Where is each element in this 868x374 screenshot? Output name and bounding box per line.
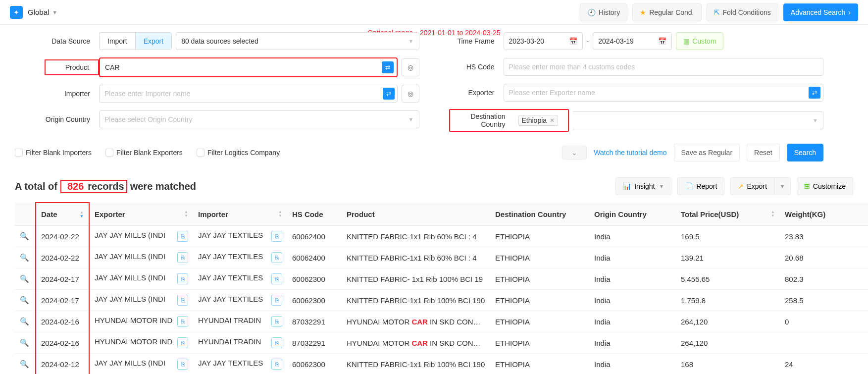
origin-country-select[interactable]: Please select Origin Country ▼ <box>99 110 419 128</box>
exporter-input[interactable] <box>504 84 824 102</box>
magnify-icon[interactable]: 🔍 <box>20 232 29 240</box>
cell-product: KNITTED FABRIC-1x1 Rib 100% BCI 190 <box>342 354 490 374</box>
product-label: Product <box>45 59 99 75</box>
reset-button[interactable]: Reset <box>747 144 780 161</box>
cell-hscode: 60062300 <box>287 354 342 374</box>
company-card-icon[interactable]: ⎘ <box>271 295 282 306</box>
regular-cond-button[interactable]: ★ Regular Cond. <box>632 3 701 21</box>
results-actions: 📊 Insight ▼ 📄 Report ↗ Export ▼ ⊞ Custom… <box>615 177 853 195</box>
company-card-icon[interactable]: ⎘ <box>271 231 282 242</box>
company-card-icon[interactable]: ⎘ <box>271 273 282 284</box>
cell-exporter: JAY JAY MILLS (INDI⎘ <box>89 247 193 268</box>
data-sources-select[interactable]: 80 data sources selected ▼ <box>176 32 419 50</box>
table-row: 🔍2024-02-17JAY JAY MILLS (INDI⎘JAY JAY T… <box>15 290 868 311</box>
product-filter-icon[interactable]: ◎ <box>402 58 419 76</box>
report-button[interactable]: 📄 Report <box>677 177 724 195</box>
custom-time-label: Custom <box>692 37 716 45</box>
export-dropdown-button[interactable]: ▼ <box>774 177 791 195</box>
custom-time-button[interactable]: ▦ Custom <box>676 32 723 50</box>
company-card-icon[interactable]: ⎘ <box>177 273 188 284</box>
expand-toggle-button[interactable]: ⌄ <box>562 146 587 160</box>
magnify-icon[interactable]: 🔍 <box>20 338 29 347</box>
action-row: Filter Blank Importers Filter Blank Expo… <box>0 144 868 168</box>
cell-origin: India <box>589 311 676 332</box>
date-from-input[interactable]: 2023-03-20 📅 <box>504 32 583 50</box>
translate-icon[interactable]: ⇄ <box>383 88 395 100</box>
magnify-icon[interactable]: 🔍 <box>20 253 29 262</box>
cell-price: 5,455.65 <box>676 268 780 290</box>
company-card-icon[interactable]: ⎘ <box>177 359 188 370</box>
fold-conditions-button[interactable]: ⇱ Fold Conditions <box>707 3 778 21</box>
hs-code-input[interactable] <box>504 58 824 76</box>
cell-importer: JAY JAY TEXTILES⎘ <box>193 354 287 374</box>
importer-input[interactable] <box>99 85 398 103</box>
global-label: Global <box>28 8 49 16</box>
company-card-icon[interactable]: ⎘ <box>271 359 282 370</box>
filter-logistics-checkbox[interactable]: Filter Logitics Company <box>197 149 280 157</box>
results-bar: A total of 826 records were matched 📊 In… <box>0 168 868 200</box>
history-label: History <box>599 8 620 16</box>
import-tab[interactable]: Import <box>100 33 136 50</box>
history-button[interactable]: 🕘 History <box>580 3 628 21</box>
company-card-icon[interactable]: ⎘ <box>271 252 282 263</box>
company-card-icon[interactable]: ⎘ <box>177 295 188 306</box>
tutorial-link[interactable]: Watch the tutorial demo <box>594 149 666 157</box>
date-separator: - <box>587 37 589 45</box>
magnify-icon[interactable]: 🔍 <box>20 360 29 368</box>
magnify-icon[interactable]: 🔍 <box>20 317 29 325</box>
insight-button[interactable]: 📊 Insight ▼ <box>615 177 671 195</box>
filter-blank-exporters-checkbox[interactable]: Filter Blank Exporters <box>105 149 183 157</box>
chevron-down-icon: ▼ <box>813 117 818 123</box>
export-split-button: ↗ Export ▼ <box>730 177 790 195</box>
results-suffix: were matched <box>130 181 196 192</box>
destination-country-tag-label: Ethiopia <box>522 116 547 124</box>
export-tab[interactable]: Export <box>136 33 171 50</box>
translate-icon[interactable]: ⇄ <box>809 87 820 99</box>
cell-date: 2024-02-22 <box>36 226 89 247</box>
checkbox-icon <box>197 149 204 157</box>
cell-date: 2024-02-17 <box>36 268 89 290</box>
cell-origin: India <box>589 226 676 247</box>
cell-importer: JAY JAY TEXTILES⎘ <box>193 247 287 268</box>
cell-hscode: 60062300 <box>287 268 342 290</box>
company-card-icon[interactable]: ⎘ <box>177 316 188 327</box>
destination-country-select[interactable]: ▼ <box>573 111 824 129</box>
customize-icon: ⊞ <box>804 182 810 190</box>
filter-blank-exporters-label: Filter Blank Exporters <box>116 149 183 157</box>
col-importer[interactable]: Importer ▲▼ <box>193 203 287 226</box>
cell-origin: India <box>589 247 676 268</box>
table-row: 🔍2024-02-22JAY JAY MILLS (INDI⎘JAY JAY T… <box>15 247 868 268</box>
date-to-input[interactable]: 2024-03-19 📅 <box>593 32 672 50</box>
col-weight[interactable]: Weight(KG) ▲▼ <box>780 203 868 226</box>
table-row: 🔍2024-02-16HYUNDAI MOTOR IND⎘HYUNDAI TRA… <box>15 332 868 354</box>
export-button[interactable]: ↗ Export <box>730 177 773 195</box>
company-card-icon[interactable]: ⎘ <box>271 337 282 348</box>
star-icon: ★ <box>640 8 646 16</box>
col-date[interactable]: Date ▲▼ <box>36 203 89 226</box>
product-input[interactable] <box>100 58 397 76</box>
col-exporter[interactable]: Exporter ▲▼ <box>89 203 193 226</box>
filter-blank-importers-checkbox[interactable]: Filter Blank Importers <box>15 149 92 157</box>
cell-destination: ETHIOPIA <box>490 354 589 374</box>
save-as-regular-button[interactable]: Save as Regular <box>674 144 740 161</box>
advanced-search-button[interactable]: Advanced Search › <box>783 3 858 21</box>
customize-button[interactable]: ⊞ Customize <box>797 177 853 195</box>
importer-filter-icon[interactable]: ◎ <box>402 85 419 103</box>
company-card-icon[interactable]: ⎘ <box>177 337 188 348</box>
magnify-icon[interactable]: 🔍 <box>20 274 29 283</box>
company-card-icon[interactable]: ⎘ <box>177 231 188 242</box>
col-price[interactable]: Total Price(USD) ▲▼ <box>676 203 780 226</box>
magnify-icon[interactable]: 🔍 <box>20 296 29 304</box>
cell-exporter: HYUNDAI MOTOR IND⎘ <box>89 332 193 354</box>
company-card-icon[interactable]: ⎘ <box>271 316 282 327</box>
row-detail-cell: 🔍 <box>15 247 36 268</box>
company-card-icon[interactable]: ⎘ <box>177 252 188 263</box>
global-region-select[interactable]: Global ▼ <box>28 8 57 16</box>
translate-icon[interactable]: ⇄ <box>382 61 394 73</box>
cell-product: HYUNDAI MOTOR CAR IN SKD CONDITI <box>342 311 490 332</box>
search-button[interactable]: Search <box>787 144 823 161</box>
close-icon[interactable]: ✕ <box>550 117 555 124</box>
cell-exporter: HYUNDAI MOTOR IND⎘ <box>89 311 193 332</box>
calendar-icon: 📅 <box>569 37 577 45</box>
cell-product: KNITTED FABRIC- 1x1 Rib 100% BCI 19 <box>342 268 490 290</box>
